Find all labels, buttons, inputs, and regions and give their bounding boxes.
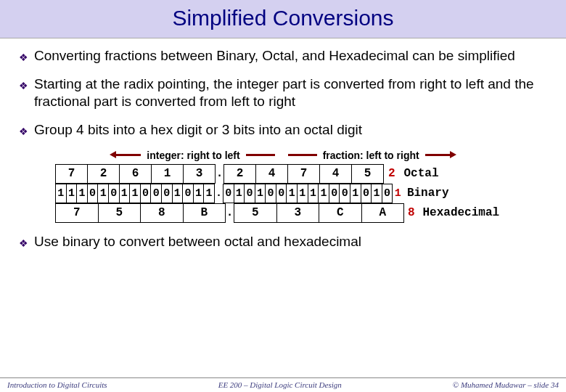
hex-cell: 7 (56, 203, 99, 222)
hex-cell: B (183, 203, 226, 222)
bullet-text: Starting at the radix pointing, the inte… (34, 75, 547, 111)
hex-cell: 5 (234, 203, 277, 222)
bit: 0 (140, 184, 151, 203)
bit: 1 (56, 184, 67, 203)
bit: 0 (108, 184, 119, 203)
bit: 0 (266, 184, 276, 203)
bit: 0 (276, 184, 287, 203)
bit: 1 (172, 184, 183, 203)
octal-cell: 7 (288, 164, 320, 183)
arrow-left-icon (112, 154, 141, 156)
octal-extra: 2 (384, 164, 400, 183)
bullet-text: Converting fractions between Binary, Oct… (34, 47, 515, 65)
bullet-1: ❖ Converting fractions between Binary, O… (19, 47, 547, 65)
bullet-4: ❖ Use binary to convert between octal an… (19, 233, 547, 251)
octal-cell: 3 (184, 164, 216, 183)
octal-cell: 2 (88, 164, 120, 183)
bit: 1 (204, 184, 215, 203)
bit: 1 (372, 184, 382, 203)
diamond-icon: ❖ (19, 75, 28, 92)
slide-footer: Introduction to Digital Circuits EE 200 … (0, 377, 566, 392)
radix-point: . (214, 184, 223, 203)
arrow-line-icon (246, 154, 275, 156)
bit: 1 (234, 184, 245, 203)
binary-label: Binary (403, 187, 449, 200)
footer-center: EE 200 – Digital Logic Circuit Design (218, 380, 342, 389)
bullet-2: ❖ Starting at the radix pointing, the in… (19, 75, 547, 111)
integer-direction-label: integer: right to left (147, 150, 239, 161)
bit: 1 (130, 184, 141, 203)
title-bar: Simplified Conversions (0, 0, 566, 38)
bit: 1 (193, 184, 204, 203)
bullet-3: ❖ Group 4 bits into a hex digit or 3 bit… (19, 121, 547, 139)
radix-point: . (216, 164, 224, 183)
bit: 1 (255, 184, 266, 203)
hex-cell: 3 (276, 203, 319, 222)
bit: 0 (161, 184, 172, 203)
bit: 0 (87, 184, 98, 203)
bit: 0 (361, 184, 372, 203)
conversion-tables: 7 2 6 1 3 . 2 4 7 4 5 2 Octal 111010110 (55, 164, 547, 223)
bit: 1 (66, 184, 77, 203)
octal-row: 7 2 6 1 3 . 2 4 7 4 5 2 Octal (55, 164, 499, 184)
radix-point: . (226, 203, 234, 222)
diamond-icon: ❖ (19, 233, 28, 250)
bit: 0 (223, 184, 234, 203)
bit: 1 (77, 184, 88, 203)
bit: 0 (151, 184, 162, 203)
bit-extra: 1 (393, 184, 403, 203)
hex-row: 7 5 8 B . 5 3 C A 8 Hexadecimal (55, 203, 499, 223)
bit: 1 (319, 184, 329, 203)
hex-cell: C (319, 203, 362, 222)
hex-cell: A (361, 203, 404, 222)
bullet-text: Use binary to convert between octal and … (34, 233, 361, 251)
footer-left: Introduction to Digital Circuits (7, 380, 107, 389)
bit: 0 (183, 184, 194, 203)
diamond-icon: ❖ (19, 47, 28, 64)
octal-cell: 6 (120, 164, 152, 183)
arrow-right-icon (425, 154, 454, 156)
hex-extra: 8 (404, 203, 419, 222)
bit: 1 (298, 184, 308, 203)
footer-right: © Muhamed Mudawar – slide 34 (453, 380, 559, 389)
bit: 1 (350, 184, 361, 203)
bit: 1 (119, 184, 130, 203)
bit: 0 (245, 184, 255, 203)
octal-cell: 7 (56, 164, 88, 183)
bit: 0 (382, 184, 393, 203)
octal-cell: 4 (256, 164, 288, 183)
hex-label: Hexadecimal (419, 206, 500, 219)
octal-cell: 5 (352, 164, 384, 183)
slide-content: ❖ Converting fractions between Binary, O… (0, 38, 566, 250)
hex-cell: 5 (98, 203, 141, 222)
octal-cell: 4 (320, 164, 352, 183)
diamond-icon: ❖ (19, 121, 28, 138)
slide-title: Simplified Conversions (0, 6, 566, 30)
bit: 1 (308, 184, 319, 203)
bit: 0 (329, 184, 340, 203)
octal-cell: 2 (224, 164, 256, 183)
bit: 1 (287, 184, 298, 203)
fraction-direction-label: fraction: left to right (323, 150, 419, 161)
hex-cell: 8 (141, 203, 184, 222)
bit: 1 (98, 184, 109, 203)
binary-row: 111010110001011 . 0101001111001010 1 Bin… (55, 184, 499, 203)
arrow-line-icon (288, 154, 317, 156)
bullet-text: Group 4 bits into a hex digit or 3 bits … (34, 121, 362, 139)
bit: 0 (340, 184, 350, 203)
direction-arrows: integer: right to left fraction: left to… (19, 150, 547, 161)
octal-cell: 1 (152, 164, 184, 183)
octal-label: Octal (400, 167, 439, 180)
